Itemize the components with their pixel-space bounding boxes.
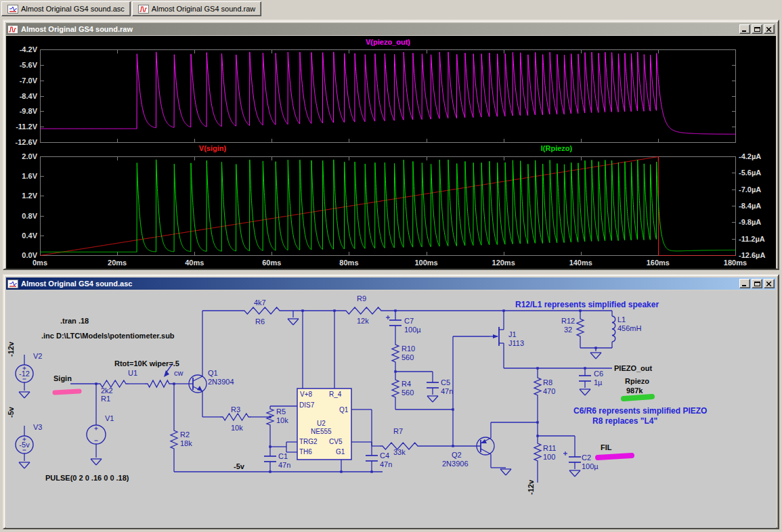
close-button[interactable] (764, 279, 775, 288)
schematic-canvas[interactable]: .tran .18.inc D:\LTC\Models\potentiomete… (6, 290, 776, 528)
axis-tick-label: -8.4µA (739, 202, 776, 210)
schematic-text: 2N3904 (208, 378, 234, 386)
waveform-window-titlebar[interactable]: Almost Original GS4 sound.raw (6, 23, 776, 35)
schematic-text: R8 replaces "L4" (592, 416, 657, 426)
schematic-text: R_4 (329, 391, 342, 398)
schematic-text: 560 (401, 389, 414, 397)
tab-schematic-doc[interactable]: Almost Original GS4 sound.asc (1, 1, 131, 16)
schematic-text: 1µ (594, 378, 603, 386)
minimize-icon (742, 282, 747, 286)
schematic-text: 100µ (404, 326, 421, 334)
schematic-text: TRG2 (299, 438, 318, 445)
maximize-icon (754, 26, 760, 32)
axis-tick-label: 0.4V (6, 231, 37, 240)
schematic-text: Sigin (53, 374, 72, 382)
axis-tick-label: -8.4V (6, 92, 37, 100)
schematic-text: R12 (561, 317, 575, 325)
close-icon (766, 282, 772, 286)
schematic-doc-icon (7, 280, 18, 288)
schematic-text: C1 (278, 452, 288, 460)
schematic-text: R2 (180, 430, 190, 439)
schematic-text: V2 (33, 352, 42, 360)
axis-tick-label: 0.8V (6, 212, 37, 220)
schematic-text: Q1 (208, 369, 218, 377)
trace-label-irpiezo[interactable]: I(Rpiezo) (519, 144, 594, 152)
schematic-text: R8 (543, 378, 552, 386)
schematic-doc-icon (7, 5, 18, 14)
waveform-pane-voltage[interactable] (40, 49, 736, 143)
schematic-text: V3 (33, 423, 42, 431)
close-icon (766, 27, 772, 32)
tab-label: Almost Original GS4 sound.asc (21, 5, 125, 13)
maximize-button[interactable] (752, 24, 762, 34)
schematic-text: 4k7 (254, 298, 266, 307)
trace-label-vsigin[interactable]: V(sigin) (175, 144, 250, 152)
schematic-text: R1 (101, 395, 110, 403)
window-controls (739, 24, 775, 34)
schematic-text: G1 (336, 448, 345, 456)
axis-tick-label: 1.2V (6, 192, 37, 200)
axis-tick-label: 60ms (253, 259, 290, 267)
schematic-text: 456mH (617, 324, 642, 332)
schematic-text: 47n (278, 461, 290, 469)
schematic-text: 470 (543, 387, 555, 395)
axis-tick-label: 40ms (175, 259, 213, 267)
schematic-text: Rpiezo (625, 377, 649, 385)
schematic-text: NE555 (311, 428, 332, 435)
waveform-plot-area[interactable]: V(piezo_out) V(sigin) I(Rpiezo) -4.2V-5.… (6, 36, 776, 269)
schematic-text: 12k (357, 317, 369, 325)
schematic-editor-window: Almost Original GS4 sound.asc .tran .18.… (3, 274, 779, 529)
schematic-text: DIS7 (299, 401, 315, 409)
document-tab-bar: Almost Original GS4 sound.asc Almost Ori… (1, 1, 261, 18)
schematic-text: 2N3906 (442, 460, 469, 468)
schematic-text: 18k (180, 439, 192, 447)
schematic-text: R5 (276, 407, 286, 416)
window-title: Almost Original GS4 sound.asc (21, 280, 737, 288)
schematic-text: J113 (508, 339, 524, 347)
schematic-text: FIL (601, 443, 612, 451)
schematic-text: 10k (276, 416, 288, 424)
close-button[interactable] (764, 24, 775, 34)
tab-waveform-doc[interactable]: Almost Original GS4 sound.raw (132, 1, 261, 16)
axis-tick-label: 120ms (485, 259, 523, 267)
axis-tick-label: -9.8V (6, 107, 37, 115)
schematic-text: R6 (255, 317, 265, 326)
schematic-canvas-area[interactable]: .tran .18.inc D:\LTC\Models\potentiomete… (6, 290, 776, 528)
schematic-text: 47n (380, 460, 392, 468)
axis-tick-label: 180ms (716, 259, 754, 267)
schematic-text: -5v (7, 406, 15, 418)
schematic-text: Q1 (339, 406, 349, 414)
schematic-text: R4 (401, 380, 411, 388)
schematic-text: .inc D:\LTC\Models\potentiometer.sub (41, 332, 175, 340)
schematic-text: C2 (582, 453, 591, 462)
schematic-text: 47n (441, 387, 453, 395)
axis-tick-label: 2.0V (6, 152, 37, 160)
trace-label-vpiezo-out[interactable]: V(piezo_out) (40, 38, 736, 46)
schematic-text: 32 (564, 326, 572, 334)
waveform-viewer-window: Almost Original GS4 sound.raw V(piezo_ou… (3, 20, 779, 270)
window-controls (739, 279, 775, 288)
axis-tick-label: -5.6µA (739, 169, 776, 177)
schematic-text: V+8 (300, 391, 313, 398)
minimize-button[interactable] (739, 24, 750, 34)
waveform-pane-current[interactable] (40, 156, 736, 256)
minimize-button[interactable] (739, 279, 750, 288)
axis-tick-label: -5.6V (6, 61, 37, 69)
axis-tick-label: 0ms (21, 259, 59, 267)
schematic-window-titlebar[interactable]: Almost Original GS4 sound.asc (6, 278, 776, 290)
schematic-text: C6 (594, 370, 603, 378)
schematic-text: C5 (441, 378, 450, 386)
maximize-button[interactable] (752, 279, 762, 288)
axis-tick-label: -7.0µA (739, 185, 776, 194)
schematic-text: 33k (393, 448, 406, 456)
schematic-labels: .tran .18.inc D:\LTC\Models\potentiomete… (7, 294, 707, 495)
schematic-text: U1 (128, 369, 137, 377)
axis-tick-label: 1.6V (6, 172, 37, 180)
schematic-text: R7 (393, 427, 403, 435)
minimize-icon (742, 27, 747, 32)
waveform-doc-icon (7, 25, 18, 34)
schematic-text: J1 (508, 330, 517, 338)
schematic-text: C4 (380, 451, 389, 460)
schematic-text: -5v (19, 441, 30, 449)
schematic-text: R11 (543, 444, 556, 452)
